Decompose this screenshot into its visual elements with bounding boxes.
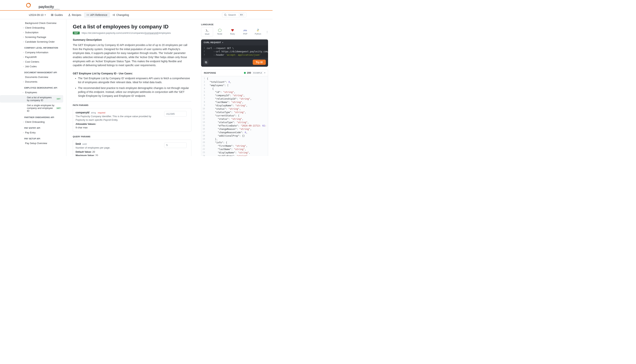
ruby-icon: [231, 28, 234, 32]
sidebar-item[interactable]: ›Documents: [0, 80, 65, 84]
sidebar-item[interactable]: Background Check Overview: [0, 21, 65, 26]
sidebar-item[interactable]: Pay Setup Overview: [0, 141, 65, 146]
summary-heading: Summary Description: [73, 38, 191, 41]
param-input-companyid[interactable]: A12345: [164, 111, 187, 116]
param-name: limit: [76, 142, 81, 146]
sidebar-item[interactable]: Documents Overview: [0, 75, 65, 80]
sidebar-item[interactable]: ›Job Codes: [0, 64, 65, 69]
sidebar-item-label: Documents Overview: [25, 76, 48, 78]
chevron-right-icon: ›: [23, 41, 24, 43]
sidebar-item-label: Documents: [25, 80, 38, 83]
sidebar: Background Check Overview›Client Onboard…: [0, 19, 66, 156]
sidebar-item-label: Company Information: [25, 51, 48, 54]
svg-marker-2: [218, 29, 221, 32]
lang-tab-node[interactable]: Node: [214, 28, 226, 36]
copy-button[interactable]: [203, 60, 209, 65]
sidebar-item-label: Employees: [25, 91, 37, 94]
lang-label: Ruby: [230, 33, 235, 35]
request-panel: CURL REQUEST ▾ 1curl --request GET \ 2 -…: [201, 40, 268, 67]
version-dropdown[interactable]: v2024-09-10 ▾: [26, 12, 48, 18]
response-line: 12 "currentStatus": {: [201, 114, 268, 117]
sidebar-item[interactable]: ›Client Onboarding: [0, 26, 65, 30]
sidebar-item-label: Job Codes: [25, 65, 37, 68]
usecase-item: The recommended best practice to track e…: [78, 86, 191, 98]
lang-tab-shell[interactable]: Shell: [201, 28, 213, 36]
response-line: 10 "status": "string",: [201, 107, 268, 110]
search-placeholder: Search: [228, 14, 236, 16]
sidebar-item-label: Subscription: [25, 31, 39, 34]
sidebar-item[interactable]: ⌄Employees: [0, 90, 65, 95]
sidebar-item[interactable]: ›Cost Centers: [0, 60, 65, 64]
chevron-right-icon: ›: [23, 36, 24, 38]
method-badge: GET: [73, 32, 80, 34]
try-it-button[interactable]: Try It!: [253, 60, 266, 65]
nav-api-reference[interactable]: API Reference: [84, 12, 110, 18]
sidebar-item[interactable]: ›Candidate Screening Order: [0, 40, 65, 44]
sidebar-child-item[interactable]: Get a single employee by company and emp…: [0, 103, 63, 113]
logo[interactable]: paylocity Forward Together.: [26, 0, 60, 10]
response-line: 8 "lastName": "string",: [201, 100, 268, 104]
sidebar-item[interactable]: ›Subscription: [0, 30, 65, 35]
response-line: 11 "statusType": "string",: [201, 110, 268, 114]
param-input-limit[interactable]: 5: [164, 142, 187, 148]
sidebar-item-label: Payroll/HR: [25, 56, 37, 58]
chevron-icon: ›: [23, 132, 24, 134]
response-heading: RESPONSE: [204, 72, 216, 74]
sidebar-item-label: Background Check Overview: [25, 22, 57, 24]
sidebar-item-label: Cost Centers: [25, 60, 39, 63]
sidebar-item-label: Candidate Screening Order: [25, 40, 55, 43]
node-icon: [218, 28, 221, 32]
lang-tab-php[interactable]: phpPHP: [239, 28, 251, 36]
response-line: 13 "status": "string",: [201, 117, 268, 121]
endpoint-url[interactable]: https://dc1demogwext.paylocity.com/coreH…: [82, 32, 171, 34]
sidebar-item-label: Get a list of employees by company ID: [27, 96, 55, 102]
svg-rect-4: [205, 62, 206, 63]
response-line: 23 "displayName": "string",: [201, 151, 268, 154]
nav-changelog[interactable]: Changelog: [110, 12, 132, 18]
summary-text: The GET Employee List by Company ID API …: [73, 43, 191, 68]
response-line: 15 "effectiveDate": "2024-09-21T13: 02: …: [201, 124, 268, 128]
path-params-heading: PATH PARAMS: [73, 104, 191, 106]
nav-guides[interactable]: Guides: [48, 12, 66, 18]
status-indicator: [244, 72, 246, 74]
sidebar-item[interactable]: ›Payroll/HR: [0, 55, 65, 60]
shell-icon: [205, 29, 209, 32]
chevron-right-icon: ›: [23, 27, 24, 29]
param-desc: Number of employees per page.: [76, 146, 160, 150]
response-line: 19 },: [201, 138, 268, 141]
sidebar-item[interactable]: ›Company Information: [0, 50, 65, 55]
divider: [73, 101, 191, 102]
response-line: 14 "statusType": "string",: [201, 121, 268, 124]
chevron-icon: ›: [23, 121, 24, 123]
search-input[interactable]: Search ⌘K: [222, 12, 246, 18]
chevron-icon: ›: [23, 56, 24, 58]
copy-icon: [205, 61, 207, 64]
nav-recipes[interactable]: Recipes: [66, 12, 84, 18]
lang-label: Shell: [205, 33, 209, 35]
sidebar-child-item[interactable]: Get a list of employees by company IDGET: [0, 95, 63, 102]
sidebar-item[interactable]: ›Client Onboarding: [0, 120, 65, 124]
chevron-down-icon: ▾: [45, 14, 46, 16]
chevron-icon: ›: [23, 81, 24, 83]
response-line: 7 "relationshipId": "string",: [201, 97, 268, 100]
chevron-down-icon[interactable]: ▾: [264, 72, 265, 74]
response-line: 6 "companyId": "string",: [201, 94, 268, 97]
request-code: 1curl --request GET \ 2 --url https://dc…: [201, 46, 268, 58]
sidebar-item[interactable]: ›Screening Package: [0, 35, 65, 40]
lang-label: Python: [255, 33, 261, 35]
param-type: int32: [83, 143, 87, 145]
request-dropdown[interactable]: CURL REQUEST ▾: [201, 40, 268, 46]
sidebar-group-heading: PAY SETUP API: [0, 135, 65, 141]
sidebar-group-heading: EMPLOYEE DEMOGRAPHIC API: [0, 84, 65, 90]
example-badge: EXAMPLE: [252, 72, 263, 74]
lang-more-button[interactable]: ⋮: [265, 28, 269, 36]
lang-tab-python[interactable]: Python: [252, 28, 264, 36]
php-icon: php: [243, 28, 247, 32]
sidebar-item[interactable]: ›Pay Entry: [0, 130, 65, 135]
code-icon: [87, 14, 89, 16]
lang-tab-ruby[interactable]: Ruby: [226, 28, 238, 36]
book-icon: [51, 14, 54, 16]
language-heading: LANGUAGE: [201, 23, 268, 26]
sidebar-item-label: Pay Setup Overview: [25, 142, 47, 145]
param-limit: limit int32 Number of employees per page…: [73, 140, 191, 156]
